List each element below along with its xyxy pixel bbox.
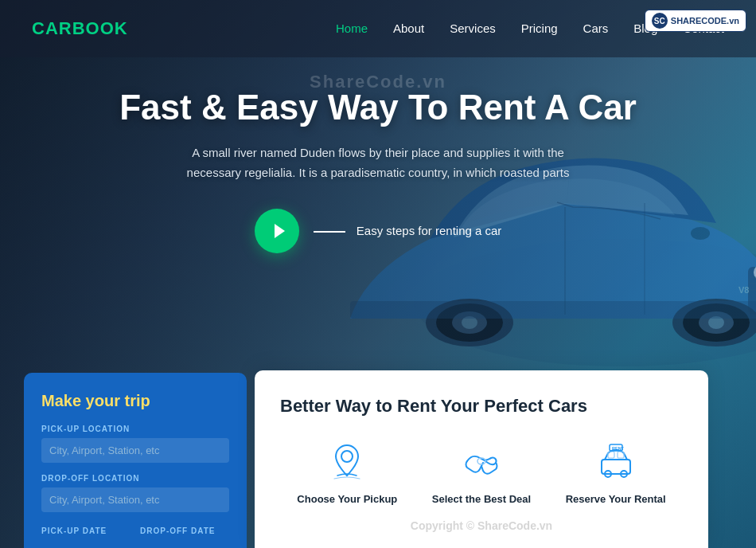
nav-item-services[interactable]: Services <box>450 22 496 36</box>
nav-link-home[interactable]: Home <box>336 22 368 35</box>
pickup-icon <box>325 439 369 483</box>
hero-content: Fast & Easy Way To Rent A Car A small ri… <box>0 88 756 253</box>
brand-name-part2: BOOK <box>72 18 128 38</box>
hero-title: Fast & Easy Way To Rent A Car <box>0 88 756 128</box>
step-item-1: Choose Your Pickup <box>280 439 415 505</box>
pickup-date-label: PICK-UP DATE <box>41 526 131 535</box>
step-icon-wrap-2 <box>459 439 504 483</box>
navbar: CARBOOK Home About Services Pricing Cars… <box>0 0 756 57</box>
nav-link-cars[interactable]: Cars <box>583 22 609 35</box>
pickup-location-input[interactable] <box>41 438 229 463</box>
sharecode-badge: SC SHARECODE.vn <box>645 10 746 32</box>
svg-marker-17 <box>275 224 285 238</box>
booking-dates-row: PICK-UP DATE DROP-OFF DATE <box>41 526 229 535</box>
step-item-2: Select the Best Deal <box>415 439 549 505</box>
step-label-3: Reserve Your Rental <box>566 493 666 505</box>
nav-item-home[interactable]: Home <box>336 22 368 36</box>
step-icon-wrap-3: RENT <box>594 439 638 483</box>
steps-row: Choose Your Pickup Select the Best Deal <box>280 439 683 505</box>
svg-text:RENT: RENT <box>612 446 625 451</box>
nav-link-services[interactable]: Services <box>450 22 496 35</box>
brand-name-part1: CAR <box>32 18 72 38</box>
step-label-1: Choose Your Pickup <box>297 493 397 505</box>
hero-play-row: Easy steps for renting a car <box>0 209 756 253</box>
deal-icon <box>459 439 504 483</box>
hero-subtitle: A small river named Duden flows by their… <box>171 143 585 183</box>
nav-item-pricing[interactable]: Pricing <box>521 22 558 36</box>
play-label: Easy steps for renting a car <box>314 224 502 237</box>
brand-logo[interactable]: CARBOOK <box>32 18 128 39</box>
play-button[interactable] <box>255 209 299 253</box>
white-panel: Better Way to Rent Your Perfect Cars Cho… <box>255 370 708 548</box>
copyright-text: Copyright © ShareCode.vn <box>280 519 683 532</box>
dropoff-location-input[interactable] <box>41 487 229 512</box>
white-panel-title: Better Way to Rent Your Perfect Cars <box>280 396 683 417</box>
pickup-location-label: PICK-UP LOCATION <box>41 425 229 433</box>
step-item-3: RENT Reserve Your Rental <box>548 439 683 505</box>
sharecode-badge-text: SHARECODE.vn <box>671 16 739 25</box>
step-icon-wrap-1 <box>325 439 369 483</box>
nav-item-cars[interactable]: Cars <box>583 22 609 36</box>
hero-section: V8 ShareCode.vn CARBOOK Home About Servi… <box>0 0 756 548</box>
dropoff-location-label: DROP-OFF LOCATION <box>41 474 229 483</box>
play-label-text: Easy steps for renting a car <box>357 224 502 237</box>
play-line-decoration <box>314 231 345 233</box>
booking-title: Make your trip <box>41 392 229 410</box>
booking-panel: Make your trip PICK-UP LOCATION DROP-OFF… <box>24 373 247 548</box>
nav-item-about[interactable]: About <box>393 22 424 36</box>
sharecode-icon: SC <box>652 13 668 29</box>
reserve-icon: RENT <box>594 439 638 483</box>
step-label-2: Select the Best Deal <box>432 493 531 505</box>
nav-link-about[interactable]: About <box>393 22 424 35</box>
dropoff-date-label: DROP-OFF DATE <box>140 526 229 535</box>
nav-link-pricing[interactable]: Pricing <box>521 22 558 35</box>
svg-point-18 <box>341 451 353 462</box>
